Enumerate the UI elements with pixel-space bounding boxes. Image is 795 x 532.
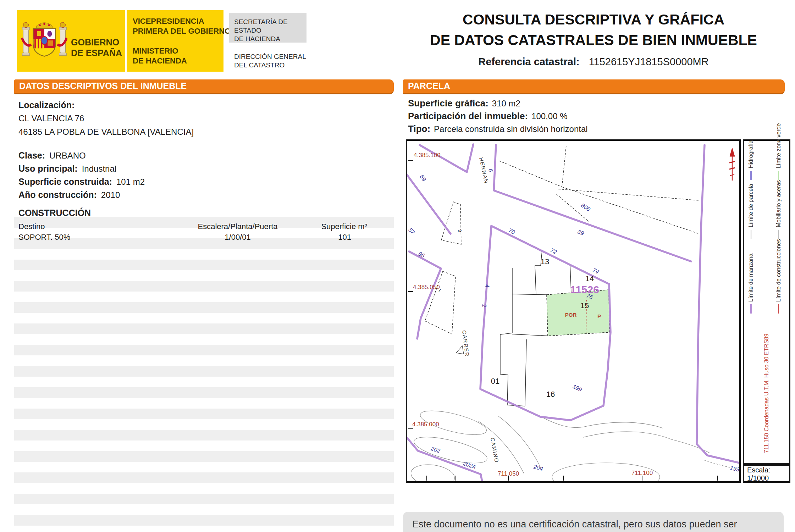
left-section-header: DATOS DESCRIPTIVOS DEL INMUEBLE xyxy=(14,79,394,94)
cadastral-reference-label: Referencia catastral: xyxy=(478,56,579,67)
field-superficie-construida: Superficie construida:101 m2 xyxy=(18,177,145,187)
construcciones-line-swatch xyxy=(778,304,779,314)
highlighted-parcel xyxy=(547,290,609,336)
street-name-label: CAMINO xyxy=(490,437,500,464)
gobierno-espana-label: GOBIERNO DE ESPAÑA xyxy=(71,37,122,58)
parcel-number: 3 xyxy=(457,229,463,233)
roads-and-sidewalks xyxy=(409,406,739,481)
north-arrow-icon xyxy=(729,148,735,181)
cadastral-document: GOBIERNO DE ESPAÑA VICEPRESIDENCIA PRIME… xyxy=(0,0,795,532)
cadastral-map: 4.385.100 4.385.050 4.385.000 711.050 71… xyxy=(406,139,741,483)
street-number: 69 xyxy=(419,173,427,182)
map-legend: Límite de manzana Límite de construccion… xyxy=(743,139,790,464)
right-section-header: PARCELA xyxy=(403,79,785,94)
table-row-destino: SOPORT. 50% xyxy=(18,233,70,242)
legend-entry: Límite zona verde xyxy=(775,123,782,180)
manzana-line-swatch xyxy=(750,304,752,314)
hidrografia-line-swatch xyxy=(750,171,752,180)
street-number: 2 xyxy=(481,303,487,308)
legend-entry: Límite de manzana xyxy=(748,239,754,314)
street-number: 806 xyxy=(580,202,591,212)
construccion-title: CONSTRUCCIÓN xyxy=(18,208,95,218)
parcel-use-label: P xyxy=(597,313,601,319)
vicepresidencia-label: VICEPRESIDENCIA PRIMERA DEL GOBIERNO xyxy=(133,16,231,36)
parcela-line-swatch xyxy=(751,230,751,239)
document-title-line1: CONSULTA DESCRIPTIVA Y GRÁFICA xyxy=(403,11,784,28)
street-number: 89 xyxy=(577,229,585,237)
street-number: 72 xyxy=(550,247,558,255)
parcel-use-label: POR xyxy=(565,312,577,318)
cadastral-reference-value: 1152615YJ1815S0000MR xyxy=(589,56,709,67)
table-row-superficie: 101 xyxy=(287,233,351,242)
table-row-escalera: 1/00/01 xyxy=(184,233,291,242)
secretaria-estado-box: SECRETARÍA DE ESTADO DE HACIENDA xyxy=(229,13,307,43)
parcel-number: 14 xyxy=(585,274,594,283)
document-title-line2: DE DATOS CATASTRALES DE BIEN INMUEBLE xyxy=(403,32,784,49)
utm-coordinates-note: 711.150 Coordenadas U.T.M. Huso 30 ETRS8… xyxy=(763,334,770,453)
cadastral-map-canvas: 4.385.100 4.385.050 4.385.000 711.050 71… xyxy=(407,141,739,481)
field-clase: Clase:URBANO xyxy=(18,150,86,161)
address-line2: 46185 LA POBLA DE VALLBONA [VALENCIA] xyxy=(18,127,194,137)
disclaimer-box: Este documento no es una certificación c… xyxy=(403,512,784,532)
street-number: 204 xyxy=(532,464,543,472)
street-triangle-marker xyxy=(456,346,464,354)
legend-entries: Límite de manzana Límite de construccion… xyxy=(748,147,785,314)
cadastral-reference: Referencia catastral:1152615YJ1815S0000M… xyxy=(403,56,784,68)
manzana-number-label: 11526 xyxy=(570,284,599,295)
parcel-number: 7 xyxy=(437,287,441,293)
street-number: 202 xyxy=(430,445,441,454)
legend-entry: Mobiliario y aceras xyxy=(775,180,782,239)
logo-divider xyxy=(125,10,127,72)
disclaimer-line1: Este documento no es una certificación c… xyxy=(412,517,774,532)
map-coordinate-label: 4.385.000 xyxy=(412,421,439,428)
parcel-number: 15 xyxy=(580,301,589,310)
table-header-superficie: Superficie m² xyxy=(287,222,367,231)
parcel-number: 16 xyxy=(546,390,555,399)
scale-label: Escala: xyxy=(747,466,789,474)
scale-value: 1/1000 xyxy=(747,474,789,482)
legend-entry: Límite de construcciones xyxy=(775,239,782,314)
legend-entry: Hidrografía xyxy=(748,123,754,180)
field-tipo: Tipo:Parcela construida sin división hor… xyxy=(408,123,588,134)
table-header-escalera: Escalera/Planta/Puerta xyxy=(184,222,291,231)
field-ano-construccion: Año construcción:2010 xyxy=(18,190,120,200)
field-uso-principal: Uso principal:Industrial xyxy=(18,164,116,174)
mobiliario-line-swatch xyxy=(778,230,779,239)
spain-coat-of-arms-icon xyxy=(21,16,67,65)
map-coordinate-label: 4.385.100 xyxy=(414,152,441,159)
street-number: 4 xyxy=(484,284,490,288)
field-superficie-grafica: Superficie gráfica:310 m2 xyxy=(408,98,520,109)
table-header-destino: Destino xyxy=(18,222,45,231)
address-line1: CL VALENCIA 76 xyxy=(18,113,84,123)
map-coordinate-label: 711.100 xyxy=(631,470,653,476)
street-number: 57 xyxy=(407,227,416,235)
street-number: 193 xyxy=(729,465,739,473)
map-coordinate-label: 4.385.050 xyxy=(413,284,440,290)
legend-entry: Límite de parcela xyxy=(748,180,754,239)
left-panel-striped-area xyxy=(14,217,394,532)
street-number: 6 xyxy=(487,168,494,172)
map-scale: Escala: 1/1000 xyxy=(743,464,790,483)
zona-verde-line-swatch xyxy=(778,171,779,180)
localizacion-label: Localización: xyxy=(18,100,79,110)
street-number: 199 xyxy=(572,383,583,393)
street-name-label: CARRER xyxy=(461,330,470,357)
parcel-number: 01 xyxy=(491,377,499,386)
parcel-number: 13 xyxy=(541,257,549,266)
direccion-general-catastro-label: DIRECCIÓN GENERAL DEL CATASTRO xyxy=(234,52,306,70)
ministerio-hacienda-label: MINISTERIO DE HACIENDA xyxy=(133,46,187,66)
field-participacion: Participación del inmueble:100,00 % xyxy=(408,111,568,122)
map-coordinate-label: 711.050 xyxy=(498,470,519,477)
